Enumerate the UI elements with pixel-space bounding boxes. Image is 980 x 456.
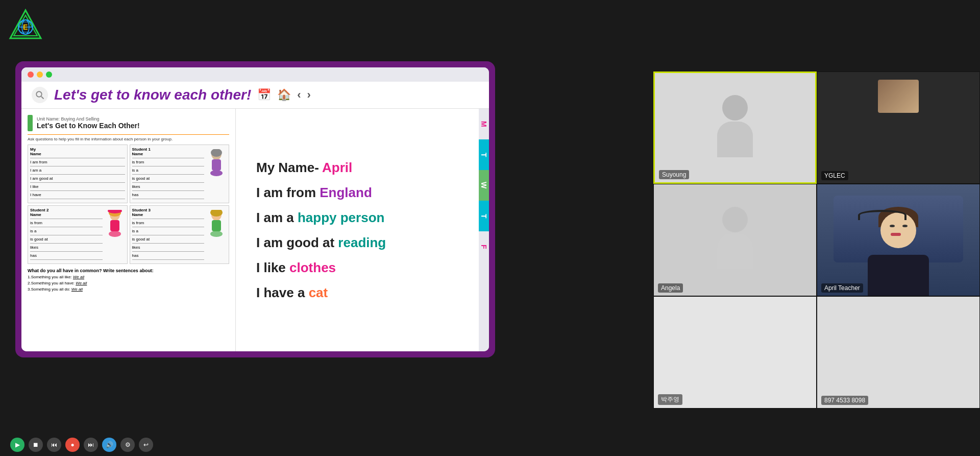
- cell-field-3: I am good at: [30, 176, 125, 183]
- s2-field-2: is a: [30, 229, 103, 235]
- name-line: [30, 158, 125, 158]
- april-body: [868, 255, 929, 296]
- nav-prev-button[interactable]: ‹: [297, 88, 301, 102]
- toolbar-btn-1[interactable]: ▶: [10, 438, 24, 452]
- video-panel-unknown: 897 4533 8098: [817, 296, 980, 409]
- s2-field-1: is from: [30, 221, 103, 227]
- cell-field-1: I am from: [30, 160, 125, 166]
- tab-m[interactable]: M: [479, 109, 489, 139]
- unit-name-label: Unit Name: Buying And Selling: [37, 116, 140, 122]
- april-background: [817, 184, 979, 296]
- video-panel-yglec: YGLEC: [817, 71, 980, 184]
- cell-field-4: I like: [30, 184, 125, 191]
- bottom-line-3: 3.Something you all do: We all: [28, 287, 229, 292]
- video-panel-angela: Angela: [653, 184, 817, 296]
- svg-point-8: [36, 91, 42, 97]
- sentence-3: I am a happy person: [256, 210, 458, 226]
- video-conference-panels: Suyoung YGLEC Angela: [653, 71, 980, 409]
- cell-field-2: I am a: [30, 168, 125, 175]
- sentence-2-highlight: England: [320, 185, 372, 200]
- home-icon[interactable]: 🏠: [277, 88, 291, 102]
- cartoon-figure-3: [207, 210, 226, 238]
- toolbar-btn-3[interactable]: ⏮: [47, 438, 61, 452]
- worksheet-cell-student3: Student 3Name is from is a is good at li…: [130, 205, 230, 264]
- worksheet-panel: Unit Name: Buying And Selling Let's Get …: [21, 109, 236, 351]
- sentence-6-highlight: cat: [309, 285, 328, 300]
- toolbar-btn-7[interactable]: ⚙: [120, 438, 135, 452]
- april-label: April Teacher: [821, 283, 863, 293]
- tab-w[interactable]: W: [479, 170, 489, 201]
- cartoon-figure-1: [207, 149, 226, 177]
- toolbar-btn-5[interactable]: ⏭: [84, 438, 98, 452]
- main-content-area: Let's get to know each other! 📅 🏠 ‹ › Un…: [15, 61, 495, 357]
- sentence-1: My Name- April: [256, 160, 458, 176]
- app-logo: E: [8, 8, 43, 43]
- tab-t2[interactable]: T: [479, 201, 489, 231]
- traffic-light-red[interactable]: [28, 71, 34, 78]
- angela-label: Angela: [658, 283, 683, 293]
- nav-next-button[interactable]: ›: [307, 88, 311, 102]
- page-title: Let's get to know each other!: [54, 87, 251, 103]
- sentence-6: I have a cat: [256, 285, 458, 301]
- april-headphones: [858, 210, 906, 220]
- s3-field-4: likes: [132, 245, 205, 252]
- s3-field-3: is good at: [132, 237, 205, 244]
- svg-point-13: [210, 170, 223, 176]
- traffic-light-green[interactable]: [46, 71, 52, 78]
- svg-rect-22: [212, 220, 221, 231]
- worksheet-grid: MyName I am from I am a I am good at I l…: [28, 145, 229, 264]
- green-block-icon: [28, 115, 33, 131]
- tab-f[interactable]: F: [479, 231, 489, 262]
- bottom-line-2: 2.Something you all have: We all: [28, 281, 229, 285]
- bottom-answer-2: We all: [76, 281, 87, 285]
- svg-rect-12: [212, 159, 221, 171]
- browser-titlebar: [21, 67, 489, 82]
- sentence-2: I am from England: [256, 185, 458, 201]
- video-panel-park: 박주영: [653, 296, 817, 409]
- worksheet-cell-student2: Student 2Name is from is a is good at li…: [28, 205, 128, 264]
- toolbar-btn-4[interactable]: ●: [65, 438, 80, 452]
- worksheet-cell-student1: Student 1Name is from is a is good at li…: [130, 145, 230, 203]
- svg-rect-16: [110, 220, 119, 231]
- angela-figure: [715, 207, 755, 268]
- toolbar-btn-6[interactable]: 🔊: [102, 438, 116, 452]
- worksheet-bottom-title: What do you all have in common? Write se…: [28, 268, 229, 273]
- calendar-icon[interactable]: 📅: [257, 88, 271, 102]
- s3-field-1: is from: [132, 221, 205, 227]
- s1-field-4: likes: [132, 184, 205, 191]
- cell-title-student3: Student 3Name: [132, 208, 205, 217]
- sentence-4-highlight: reading: [338, 235, 386, 250]
- sentence-3-highlight: happy person: [298, 210, 384, 225]
- cell-title-student2: Student 2Name: [30, 208, 103, 217]
- s2-field-3: is good at: [30, 237, 103, 244]
- title-search-bar: Let's get to know each other! 📅 🏠 ‹ ›: [21, 82, 489, 109]
- bottom-answer-1: We all: [73, 275, 84, 279]
- s1-field-2: is a: [132, 168, 205, 175]
- bottom-toolbar: ▶ ⏹ ⏮ ● ⏭ 🔊 ⚙ ↩: [0, 438, 490, 452]
- sentence-1-highlight: April: [322, 160, 352, 175]
- traffic-light-yellow[interactable]: [37, 71, 43, 78]
- right-tabs-panel: M T W T F: [479, 109, 489, 351]
- search-icon: [32, 87, 48, 103]
- tab-t1[interactable]: T: [479, 139, 489, 170]
- sentence-4: I am good at reading: [256, 235, 458, 251]
- svg-point-23: [210, 231, 223, 237]
- cell-title-student1: Student 1Name: [132, 147, 205, 156]
- s1-field-3: is good at: [132, 176, 205, 183]
- sentence-5-highlight: clothes: [289, 260, 336, 275]
- bottom-answer-3: We all: [71, 287, 83, 292]
- suyoung-figure: [715, 95, 755, 156]
- toolbar-btn-2[interactable]: ⏹: [29, 438, 43, 452]
- s2-field-4: likes: [30, 245, 103, 252]
- bottom-line-1: 1.Something you all like: We all: [28, 275, 229, 279]
- svg-text:E: E: [23, 23, 28, 31]
- worksheet-title-section: Unit Name: Buying And Selling Let's Get …: [28, 115, 229, 131]
- s3-field-5: has: [132, 253, 205, 260]
- browser-inner-content: Let's get to know each other! 📅 🏠 ‹ › Un…: [21, 82, 489, 351]
- cell-field-5: I have: [30, 193, 125, 199]
- suyoung-label: Suyoung: [659, 170, 689, 179]
- video-panel-suyoung: Suyoung: [653, 71, 817, 184]
- page-content: Let's get to know each other! 📅 🏠 ‹ › Un…: [21, 82, 489, 351]
- worksheet-cell-myname: MyName I am from I am a I am good at I l…: [28, 145, 128, 203]
- toolbar-btn-8[interactable]: ↩: [139, 438, 153, 452]
